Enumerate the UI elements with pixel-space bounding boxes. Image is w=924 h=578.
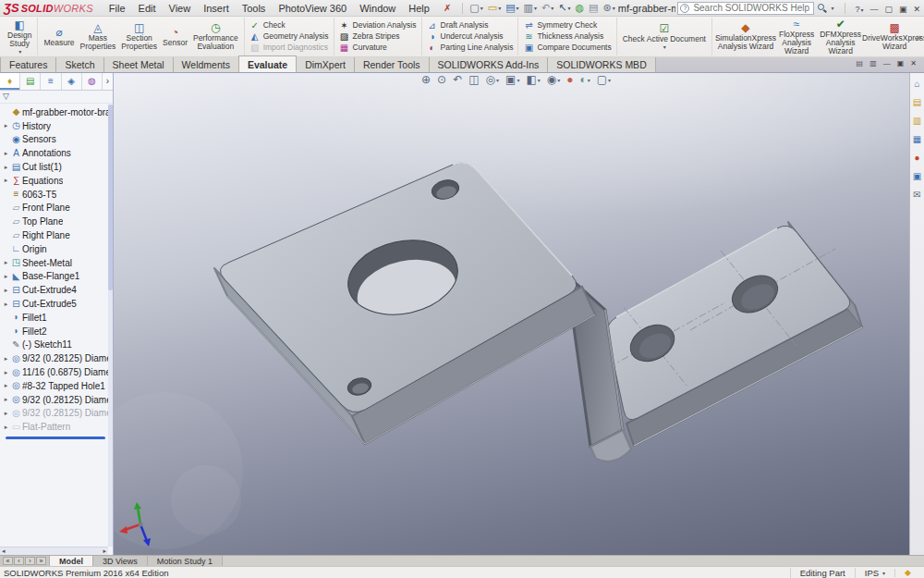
view-tool-button[interactable]: ▣ bbox=[505, 74, 519, 85]
tree-item[interactable]: ∑ Equations bbox=[0, 174, 113, 188]
menu-item[interactable]: Window bbox=[353, 2, 402, 15]
ribbon-button[interactable]: ◐ Parting Line Analysis bbox=[425, 43, 516, 53]
command-tab[interactable]: Sheet Metal bbox=[103, 56, 174, 72]
menu-item[interactable]: View bbox=[163, 2, 198, 15]
command-tab[interactable]: DimXpert bbox=[296, 56, 355, 72]
window-control-button[interactable]: ▢ bbox=[884, 3, 893, 14]
toolbar-button[interactable]: ▭ bbox=[487, 3, 502, 13]
search-input[interactable] bbox=[677, 2, 814, 15]
ribbon-button[interactable]: ◧ Design Study bbox=[5, 18, 34, 55]
command-tab[interactable]: Weldments bbox=[173, 56, 239, 72]
tree-expander[interactable] bbox=[2, 259, 10, 266]
ribbon-button[interactable]: ≋ Thickness Analysis bbox=[521, 32, 613, 42]
tree-item[interactable]: ⊟ Cut-Extrude5 bbox=[0, 297, 113, 311]
tree-item[interactable]: ▱ Right Plane bbox=[0, 228, 113, 242]
search-magnifier-icon[interactable] bbox=[817, 3, 827, 13]
ribbon-button[interactable]: ◆ SimulationXpress Analysis Wizard bbox=[715, 18, 776, 55]
toolbar-button[interactable]: ▤ bbox=[588, 3, 599, 13]
tree-item[interactable]: ◎ 11/16 (0.6875) Diameter Hol bbox=[0, 365, 113, 379]
tree-item[interactable]: ⊟ Cut-Extrude4 bbox=[0, 283, 113, 297]
manager-tab[interactable]: ▤ bbox=[20, 73, 41, 90]
tag-button[interactable]: ◆ bbox=[894, 569, 920, 577]
view-tool-button[interactable]: ● bbox=[566, 74, 573, 85]
tree-expander[interactable] bbox=[2, 396, 10, 403]
tree-item[interactable]: ▭ Flat-Pattern bbox=[0, 420, 113, 434]
view-tool-button[interactable]: ◎ bbox=[486, 74, 500, 85]
menu-item[interactable]: Tools bbox=[236, 2, 273, 15]
view-tool-button[interactable]: ◐ bbox=[580, 74, 590, 85]
scroll-left-arrow[interactable]: ◂ bbox=[2, 547, 6, 555]
task-pane-button[interactable]: ● bbox=[914, 153, 919, 163]
ribbon-button[interactable]: ◷ Performance Evaluation bbox=[190, 18, 241, 55]
tree-item[interactable]: ▤ Cut list(1) bbox=[0, 160, 113, 174]
window-control-button[interactable]: ? bbox=[855, 3, 863, 14]
toolbar-button[interactable]: ◍ bbox=[574, 3, 585, 13]
ribbon-button[interactable]: ⇌ Symmetry Check bbox=[521, 21, 613, 31]
tree-item[interactable]: A Annotations bbox=[0, 146, 113, 160]
view-tool-button[interactable]: ◉ bbox=[547, 74, 561, 85]
tree-item[interactable]: ✎ (-) Sketch11 bbox=[0, 338, 113, 352]
toolbar-button[interactable]: ⊛ bbox=[602, 3, 616, 13]
task-pane-button[interactable]: ▥ bbox=[913, 116, 921, 126]
tree-expander[interactable] bbox=[2, 164, 10, 171]
manager-tab[interactable]: ≡ bbox=[41, 73, 61, 90]
command-tab[interactable]: Features bbox=[0, 56, 56, 72]
tree-item[interactable]: ◎ 9/32 (0.28125) Diameter Hol bbox=[0, 393, 113, 407]
command-tab[interactable]: Evaluate bbox=[238, 55, 297, 72]
command-tab[interactable]: Sketch bbox=[55, 56, 103, 72]
pin-icon[interactable]: ✗ bbox=[444, 4, 451, 13]
manager-tab[interactable]: ♦ bbox=[0, 73, 20, 90]
ribbon-button[interactable]: ⌀ Measure bbox=[41, 18, 77, 55]
ribbon-button[interactable]: ◬ Mass Properties bbox=[78, 18, 119, 55]
units-selector[interactable]: IPS bbox=[855, 568, 894, 578]
tree-item[interactable]: ◗ Fillet1 bbox=[0, 311, 113, 325]
task-pane-button[interactable]: ▣ bbox=[913, 171, 921, 181]
rollback-bar[interactable] bbox=[6, 437, 105, 439]
panel-horizontal-scrollbar[interactable]: ◂▸ bbox=[0, 547, 108, 555]
tree-expander[interactable] bbox=[2, 424, 10, 431]
command-tab[interactable]: Render Tools bbox=[354, 56, 430, 72]
study-tab[interactable]: Model bbox=[50, 556, 93, 566]
tree-item[interactable]: ≡ 6063-T5 bbox=[0, 188, 113, 202]
tree-item[interactable]: ◎ 9/32 (0.28125) Diameter Hol bbox=[0, 351, 113, 365]
command-tab[interactable]: SOLIDWORKS MBD bbox=[547, 56, 655, 72]
command-tab[interactable]: SOLIDWORKS Add-Ins bbox=[429, 56, 549, 72]
window-control-button[interactable]: ▣ bbox=[899, 3, 907, 14]
ribbon-button[interactable]: ▦ Curvature bbox=[337, 43, 419, 53]
toolbar-button[interactable]: ↶ bbox=[541, 3, 554, 13]
expand-pane-icon[interactable]: › bbox=[103, 73, 113, 90]
tab-nav-button[interactable]: » bbox=[36, 557, 46, 565]
tree-expander[interactable] bbox=[2, 150, 10, 157]
ribbon-button[interactable]: ▩ DriveWorksXpress Wizard bbox=[864, 18, 924, 55]
view-tool-button[interactable]: ◧ bbox=[526, 74, 540, 85]
toolbar-button[interactable]: ▢ bbox=[468, 3, 483, 13]
scroll-right-arrow[interactable]: ▸ bbox=[103, 547, 106, 555]
ribbon-button[interactable]: ✶ Deviation Analysis bbox=[337, 21, 419, 31]
ribbon-button[interactable]: ▣ Compare Documents bbox=[521, 43, 613, 53]
tree-item[interactable]: ▱ Front Plane bbox=[0, 202, 113, 215]
tab-nav-button[interactable]: › bbox=[25, 557, 35, 565]
ribbon-button[interactable]: ≈ FloXpress Analysis Wizard bbox=[776, 18, 817, 55]
tree-expander[interactable] bbox=[2, 369, 10, 376]
ribbon-button[interactable]: ☑ Check Active Document bbox=[620, 18, 709, 55]
view-tool-button[interactable]: ▢ bbox=[597, 74, 611, 85]
tree-expander[interactable] bbox=[2, 273, 10, 280]
tree-expander[interactable] bbox=[2, 122, 10, 129]
tree-item[interactable]: ◎ #8-32 Tapped Hole1 -> bbox=[0, 379, 113, 393]
tree-expander[interactable] bbox=[2, 177, 10, 184]
task-pane-button[interactable]: ✉ bbox=[913, 190, 920, 200]
part-model[interactable] bbox=[114, 73, 909, 555]
view-tool-button[interactable]: ↶ bbox=[453, 74, 462, 85]
tree-item[interactable]: ◉ Sensors bbox=[0, 133, 113, 147]
menu-item[interactable]: PhotoView 360 bbox=[272, 2, 353, 15]
ribbon-button[interactable]: ⊿ Draft Analysis bbox=[425, 21, 516, 31]
search-options-caret[interactable] bbox=[831, 5, 833, 11]
manager-tab[interactable]: ◈ bbox=[62, 73, 82, 90]
study-tab[interactable]: 3D Views bbox=[93, 556, 148, 566]
scrollbar-thumb[interactable] bbox=[108, 105, 113, 290]
tree-expander[interactable] bbox=[2, 355, 10, 363]
task-pane-button[interactable]: ▦ bbox=[913, 134, 921, 144]
filter-funnel-icon[interactable]: ▽ bbox=[3, 92, 9, 101]
ribbon-button[interactable]: ◫ Section Properties bbox=[118, 18, 160, 55]
menu-item[interactable]: Help bbox=[402, 2, 436, 15]
